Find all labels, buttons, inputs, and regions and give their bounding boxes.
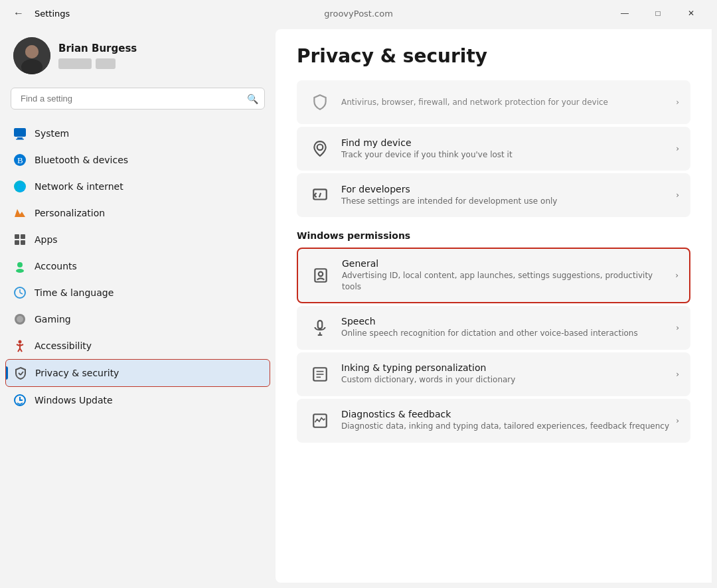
- diagnostics-chevron: ›: [676, 416, 679, 425]
- inking-subtitle: Custom dictionary, words in your diction…: [341, 374, 671, 386]
- search-icon: 🔍: [247, 94, 258, 104]
- general-subtitle: Advertising ID, local content, app launc…: [342, 270, 670, 293]
- inking-card[interactable]: Inking & typing personalization Custom d…: [297, 352, 690, 396]
- sidebar-item-apps[interactable]: Apps: [5, 226, 270, 253]
- svg-point-16: [16, 269, 24, 273]
- svg-text:🌐: 🌐: [17, 183, 26, 192]
- sidebar-item-bluetooth[interactable]: B Bluetooth & devices: [5, 147, 270, 173]
- sidebar-item-time[interactable]: Time & language: [5, 279, 270, 306]
- avatar-svg: [13, 37, 50, 74]
- speech-text: Speech Online speech recognition for dic…: [341, 316, 671, 339]
- sidebar-item-time-label: Time & language: [35, 287, 114, 298]
- shield-icon: [308, 90, 332, 114]
- gaming-icon: [13, 313, 27, 326]
- search-box: 🔍: [11, 88, 265, 110]
- speech-icon: [308, 316, 332, 340]
- find-device-title: Find my device: [341, 137, 671, 148]
- main-content: Privacy & security Antivirus, browser, f…: [276, 29, 712, 583]
- diagnostics-card[interactable]: Diagnostics & feedback Diagnostic data, …: [297, 399, 690, 443]
- svg-rect-14: [21, 240, 25, 245]
- svg-point-37: [319, 271, 323, 276]
- svg-rect-5: [17, 137, 23, 139]
- speech-title: Speech: [341, 316, 671, 327]
- user-name: Brian Burgess: [58, 42, 137, 54]
- sidebar-item-accessibility[interactable]: Accessibility: [5, 332, 270, 359]
- svg-rect-11: [15, 234, 19, 239]
- sidebar-item-update-label: Windows Update: [35, 395, 113, 405]
- page-title: Privacy & security: [297, 45, 690, 67]
- user-tags: [58, 58, 137, 69]
- sidebar: Brian Burgess 🔍 System: [0, 27, 276, 588]
- accessibility-icon: [13, 339, 27, 352]
- diagnostics-icon: [308, 409, 332, 433]
- sidebar-item-gaming-label: Gaming: [35, 314, 71, 325]
- svg-rect-6: [16, 139, 24, 140]
- top-card-chevron: ›: [676, 98, 679, 107]
- maximize-button[interactable]: □: [643, 3, 673, 24]
- sidebar-item-privacy-label: Privacy & security: [35, 368, 119, 378]
- speech-subtitle: Online speech recognition for dictation …: [341, 328, 671, 339]
- find-device-chevron: ›: [676, 144, 679, 153]
- inking-chevron: ›: [676, 370, 679, 379]
- window-controls: — □ ✕: [609, 3, 706, 24]
- sidebar-item-gaming[interactable]: Gaming: [5, 306, 270, 332]
- developers-icon: [308, 183, 332, 207]
- sidebar-item-privacy[interactable]: Privacy & security: [5, 359, 270, 387]
- nav-list: System B Bluetooth & devices 🌐 Network &…: [0, 120, 276, 588]
- svg-point-31: [317, 145, 323, 151]
- svg-line-35: [319, 193, 321, 198]
- svg-line-27: [20, 348, 22, 352]
- developers-subtitle: These settings are intended for developm…: [341, 196, 671, 207]
- general-icon: [309, 263, 333, 287]
- back-button[interactable]: ←: [11, 5, 27, 22]
- system-icon: [13, 127, 27, 140]
- sidebar-item-network-label: Network & internet: [35, 181, 123, 192]
- inking-title: Inking & typing personalization: [341, 362, 671, 373]
- sidebar-item-update[interactable]: Windows Update: [5, 387, 270, 413]
- minimize-button[interactable]: —: [609, 3, 640, 24]
- diagnostics-text: Diagnostics & feedback Diagnostic data, …: [341, 409, 671, 432]
- top-partial-card[interactable]: Antivirus, browser, firewall, and networ…: [297, 80, 690, 124]
- sidebar-item-accounts-label: Accounts: [35, 261, 77, 271]
- app-title: Settings: [35, 9, 70, 19]
- title-bar-left: ← Settings: [11, 5, 70, 22]
- privacy-icon: [14, 366, 27, 380]
- speech-card[interactable]: Speech Online speech recognition for dic…: [297, 306, 690, 350]
- sidebar-item-apps-label: Apps: [35, 234, 58, 245]
- top-card-text: Antivirus, browser, firewall, and networ…: [341, 97, 671, 108]
- app-window: Brian Burgess 🔍 System: [0, 27, 717, 588]
- avatar: [13, 37, 50, 74]
- title-bar: ← Settings groovyPost.com — □ ✕: [0, 0, 717, 27]
- close-button[interactable]: ✕: [676, 3, 706, 24]
- find-device-subtitle: Track your device if you think you've lo…: [341, 149, 671, 161]
- diagnostics-title: Diagnostics & feedback: [341, 409, 671, 419]
- general-chevron: ›: [675, 271, 678, 280]
- site-label: groovyPost.com: [324, 9, 393, 19]
- svg-line-34: [314, 195, 316, 197]
- svg-point-2: [21, 59, 42, 74]
- svg-point-15: [17, 262, 23, 267]
- svg-line-19: [20, 293, 23, 294]
- network-icon: 🌐: [13, 180, 27, 193]
- update-icon: [13, 394, 27, 407]
- svg-point-3: [25, 45, 39, 58]
- inking-text: Inking & typing personalization Custom d…: [341, 362, 671, 386]
- search-input[interactable]: [11, 88, 265, 110]
- general-text: General Advertising ID, local content, a…: [342, 258, 670, 293]
- find-my-device-card[interactable]: Find my device Track your device if you …: [297, 127, 690, 171]
- sidebar-item-accounts[interactable]: Accounts: [5, 253, 270, 279]
- find-device-text: Find my device Track your device if you …: [341, 137, 671, 161]
- developers-title: For developers: [341, 184, 671, 194]
- for-developers-card[interactable]: For developers These settings are intend…: [297, 173, 690, 217]
- svg-point-22: [19, 340, 22, 344]
- general-title: General: [342, 258, 670, 269]
- sidebar-item-system[interactable]: System: [5, 120, 270, 147]
- user-info: Brian Burgess: [58, 42, 137, 69]
- svg-text:B: B: [17, 155, 23, 165]
- sidebar-item-personalization[interactable]: Personalization: [5, 200, 270, 226]
- sidebar-item-bluetooth-label: Bluetooth & devices: [35, 155, 128, 165]
- general-card[interactable]: General Advertising ID, local content, a…: [297, 248, 690, 303]
- developers-chevron: ›: [676, 190, 679, 200]
- windows-permissions-heading: Windows permissions: [297, 230, 690, 241]
- sidebar-item-network[interactable]: 🌐 Network & internet: [5, 173, 270, 200]
